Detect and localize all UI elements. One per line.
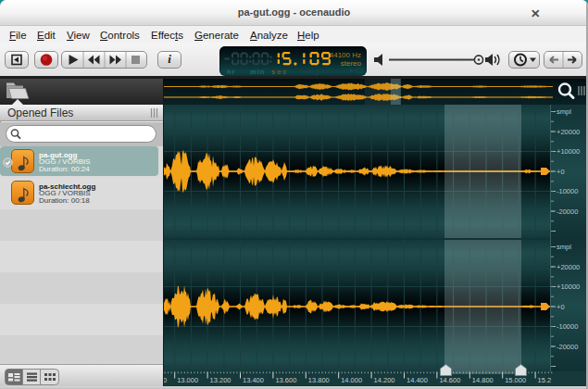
svg-text:15.000: 15.000 [505, 376, 526, 384]
svg-text:-20000: -20000 [557, 207, 578, 216]
svg-text:+0: +0 [557, 168, 565, 176]
svg-text:14.200: 14.200 [374, 376, 395, 384]
svg-text:smpl: smpl [557, 243, 571, 251]
svg-text:14.400: 14.400 [407, 376, 428, 384]
svg-text:+10000: +10000 [557, 282, 580, 291]
svg-text:-10000: -10000 [557, 322, 578, 331]
svg-text:sec: sec [271, 68, 289, 76]
svg-text:13.600: 13.600 [275, 376, 296, 384]
svg-text:-10000: -10000 [557, 187, 578, 195]
svg-text:13.400: 13.400 [243, 376, 264, 384]
svg-text:smpl: smpl [302, 68, 326, 76]
svg-text:smpl: smpl [557, 107, 571, 116]
svg-text:15.2: 15.2 [538, 376, 552, 384]
svg-text:13.800: 13.800 [308, 376, 330, 384]
svg-text:13.200: 13.200 [210, 376, 231, 384]
svg-text:44100 Hz: 44100 Hz [330, 51, 361, 59]
svg-text:13.000: 13.000 [177, 376, 198, 384]
svg-text:14.600: 14.600 [439, 376, 460, 384]
svg-text:+20000: +20000 [557, 128, 580, 136]
svg-text:+10000: +10000 [557, 147, 580, 156]
svg-text:-20000: -20000 [557, 343, 578, 351]
svg-text:+0: +0 [557, 303, 565, 311]
svg-text:hr: hr [227, 68, 236, 76]
svg-text:+20000: +20000 [557, 263, 580, 271]
svg-text:min: min [250, 68, 265, 76]
svg-text:14.800: 14.800 [472, 376, 494, 384]
svg-text:14.000: 14.000 [341, 376, 362, 384]
svg-text:stereo: stereo [341, 59, 362, 68]
